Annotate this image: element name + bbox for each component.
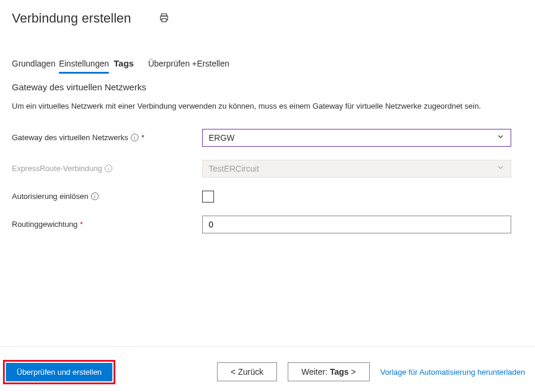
download-template-link[interactable]: Vorlage für Automatisierung herunterlade… xyxy=(380,368,525,377)
chevron-down-icon xyxy=(496,132,505,143)
authorization-checkbox[interactable] xyxy=(202,191,214,203)
tab-tags[interactable]: Tags xyxy=(114,56,134,72)
review-create-button[interactable]: Überprüfen und erstellen xyxy=(6,363,112,381)
footer: Überprüfen und erstellen < Zurück Weiter… xyxy=(6,362,529,381)
tab-basics[interactable]: Grundlagen xyxy=(12,56,55,72)
back-button[interactable]: < Zurück xyxy=(217,362,277,381)
page-title: Verbindung erstellen xyxy=(12,11,131,26)
label-gateway-text: Gateway des virtuellen Netzwerks xyxy=(12,133,128,142)
section-description: Um ein virtuelles Netzwerk mit einer Ver… xyxy=(12,100,523,112)
row-routing-weight: Routinggewichtung* xyxy=(12,216,523,233)
tabs-bar: Grundlagen Einstellungen Tags Überprüfen… xyxy=(0,31,535,74)
expressroute-dropdown: TestERCircuit xyxy=(202,160,511,178)
tab-settings[interactable]: Einstellungen xyxy=(59,56,109,74)
row-expressroute: ExpressRoute-Verbindung i TestERCircuit xyxy=(12,160,523,178)
row-authorization: Autorisierung einlösen i xyxy=(12,191,523,203)
expressroute-dropdown-value: TestERCircuit xyxy=(209,164,259,173)
section-title: Gateway des virtuellen Netzwerks xyxy=(12,82,523,92)
gateway-dropdown[interactable]: ERGW xyxy=(202,129,511,147)
label-expressroute: ExpressRoute-Verbindung i xyxy=(12,164,202,173)
required-mark: * xyxy=(80,220,83,229)
print-icon[interactable] xyxy=(159,12,169,25)
info-icon[interactable]: i xyxy=(91,192,99,200)
footer-divider xyxy=(0,346,535,347)
label-authorization: Autorisierung einlösen i xyxy=(12,192,202,201)
routing-weight-input[interactable] xyxy=(202,216,511,233)
label-gateway: Gateway des virtuellen Netzwerks i * xyxy=(12,133,202,142)
next-bold: Tags xyxy=(330,367,349,377)
label-routing-text: Routinggewichtung xyxy=(12,220,78,229)
row-gateway: Gateway des virtuellen Netzwerks i * ERG… xyxy=(12,129,523,147)
required-mark: * xyxy=(141,133,144,142)
info-icon[interactable]: i xyxy=(105,165,112,172)
gateway-dropdown-value: ERGW xyxy=(209,133,235,143)
next-prefix: Weiter: xyxy=(301,367,330,377)
chevron-down-icon xyxy=(496,163,505,173)
label-authorization-text: Autorisierung einlösen xyxy=(12,192,89,201)
label-routing-weight: Routinggewichtung* xyxy=(12,220,202,229)
label-expressroute-text: ExpressRoute-Verbindung xyxy=(12,164,102,173)
tab-review-create[interactable]: Überprüfen +Erstellen xyxy=(148,56,229,72)
svg-rect-2 xyxy=(162,18,166,21)
info-icon[interactable]: i xyxy=(131,134,139,141)
next-button[interactable]: Weiter: Tags > xyxy=(288,362,370,381)
next-suffix: > xyxy=(349,367,356,377)
